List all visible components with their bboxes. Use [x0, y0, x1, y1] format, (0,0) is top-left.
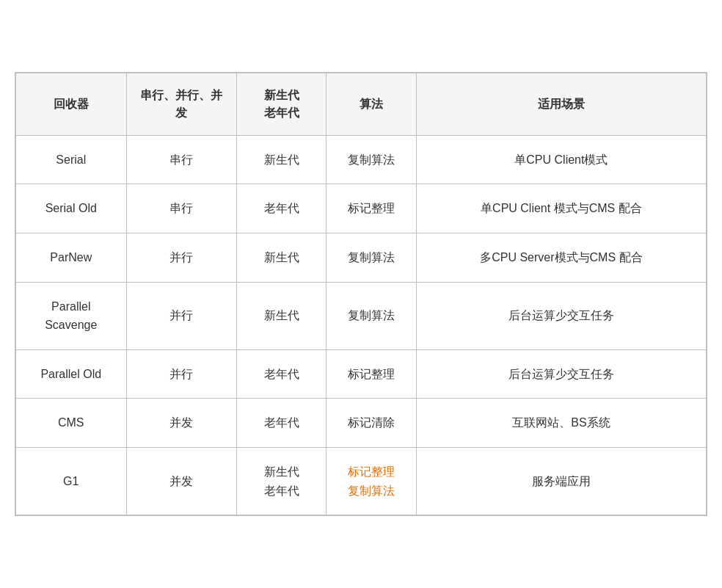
- cell-mode: 并行: [126, 282, 237, 349]
- table-row: Parallel Old并行老年代标记整理后台运算少交互任务: [16, 349, 707, 399]
- cell-collector: Serial: [16, 135, 127, 184]
- cell-mode: 并行: [126, 349, 237, 399]
- cell-gen: 新生代: [237, 233, 327, 283]
- cell-algo: 标记整理: [327, 184, 416, 233]
- header-mode: 串行、并行、并发: [126, 73, 237, 135]
- cell-algo: 复制算法: [327, 282, 416, 349]
- table-header-row: 回收器 串行、并行、并发 新生代 老年代 算法 适用场景: [16, 73, 707, 135]
- cell-collector: Parallel Old: [16, 349, 127, 399]
- cell-gen: 老年代: [237, 184, 327, 233]
- cell-algo: 复制算法: [327, 135, 416, 184]
- cell-scene: 后台运算少交互任务: [416, 349, 706, 399]
- cell-scene: 服务端应用: [416, 447, 706, 515]
- cell-collector: Serial Old: [16, 184, 127, 233]
- cell-algo: 复制算法: [327, 233, 416, 283]
- cell-collector: G1: [16, 447, 127, 515]
- header-collector: 回收器: [16, 73, 127, 135]
- cell-gen: 老年代: [237, 349, 327, 399]
- cell-algo: 标记清除: [327, 399, 416, 448]
- gc-table-wrapper: 回收器 串行、并行、并发 新生代 老年代 算法 适用场景 Serial串行新生代…: [15, 72, 707, 516]
- cell-scene: 单CPU Client 模式与CMS 配合: [416, 184, 706, 233]
- table-row: Serial串行新生代复制算法单CPU Client模式: [16, 135, 707, 184]
- cell-mode: 并发: [126, 399, 237, 448]
- header-gen: 新生代 老年代: [237, 73, 327, 135]
- cell-collector: CMS: [16, 399, 127, 448]
- cell-gen: 老年代: [237, 399, 327, 448]
- header-algo: 算法: [327, 73, 416, 135]
- cell-collector: Parallel Scavenge: [16, 282, 127, 349]
- table-row: CMS并发老年代标记清除互联网站、BS系统: [16, 399, 707, 448]
- cell-scene: 后台运算少交互任务: [416, 282, 706, 349]
- table-row: G1并发新生代 老年代标记整理 复制算法服务端应用: [16, 447, 707, 515]
- cell-scene: 多CPU Server模式与CMS 配合: [416, 233, 706, 283]
- cell-scene: 互联网站、BS系统: [416, 399, 706, 448]
- cell-gen: 新生代: [237, 282, 327, 349]
- table-row: Parallel Scavenge并行新生代复制算法后台运算少交互任务: [16, 282, 707, 349]
- cell-mode: 串行: [126, 135, 237, 184]
- cell-collector: ParNew: [16, 233, 127, 283]
- cell-mode: 并发: [126, 447, 237, 515]
- table-row: Serial Old串行老年代标记整理单CPU Client 模式与CMS 配合: [16, 184, 707, 233]
- cell-scene: 单CPU Client模式: [416, 135, 706, 184]
- gc-table: 回收器 串行、并行、并发 新生代 老年代 算法 适用场景 Serial串行新生代…: [15, 73, 707, 515]
- cell-mode: 并行: [126, 233, 237, 283]
- cell-gen: 新生代: [237, 135, 327, 184]
- cell-algo: 标记整理: [327, 349, 416, 399]
- header-scene: 适用场景: [416, 73, 706, 135]
- cell-algo: 标记整理 复制算法: [327, 447, 416, 515]
- cell-gen: 新生代 老年代: [237, 447, 327, 515]
- cell-mode: 串行: [126, 184, 237, 233]
- table-row: ParNew并行新生代复制算法多CPU Server模式与CMS 配合: [16, 233, 707, 283]
